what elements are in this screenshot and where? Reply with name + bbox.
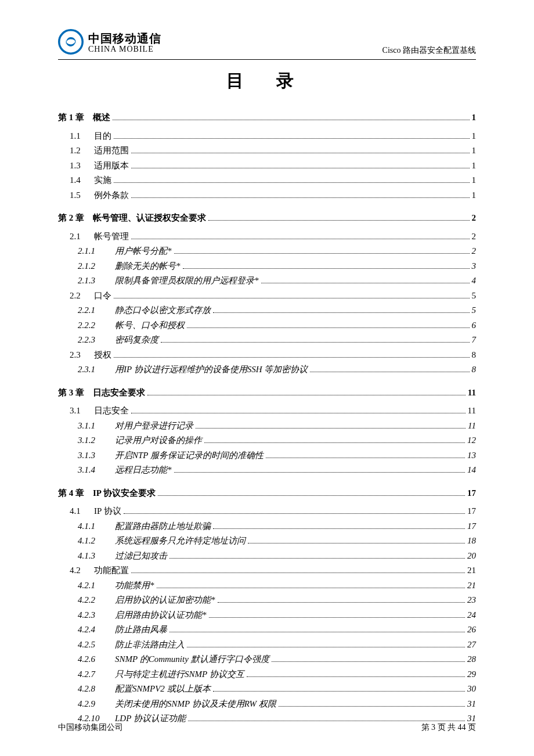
toc-entry-page: 27 [467, 638, 476, 653]
toc-entry-number: 4.2.1 [78, 578, 107, 593]
toc-leader-dots [213, 528, 465, 529]
toc-entry-page: 14 [467, 463, 476, 478]
toc-entry[interactable]: 1.4实施1 [70, 173, 476, 188]
toc-entry-number: 2.3.1 [78, 362, 107, 377]
toc-leader-dots [188, 721, 465, 721]
logo-text: 中国移动通信 CHINA MOBILE [88, 32, 161, 53]
toc-leader-dots [247, 676, 465, 677]
toc-entry[interactable]: 4.1.2系统远程服务只允许特定地址访问18 [78, 534, 476, 549]
toc-entry[interactable]: 第 3 章日志安全要求11 [58, 386, 476, 401]
toc-entry-label: 过滤已知攻击 [115, 549, 167, 564]
toc-entry[interactable]: 2.1.1用户帐号分配*2 [78, 244, 476, 259]
page: 中国移动通信 CHINA MOBILE Cisco 路由器安全配置基线 目 录 … [0, 0, 534, 756]
toc-entry-page: 21 [467, 563, 476, 578]
toc-entry-label: 防止非法路由注入 [115, 638, 185, 653]
toc-entry-page: 2 [472, 211, 477, 226]
toc-entry-number: 4.2.7 [78, 667, 107, 682]
toc-entry-label: 口令 [94, 289, 111, 304]
toc-entry-number: 3.1.2 [78, 433, 107, 448]
toc-entry-label: 目的 [94, 129, 111, 144]
toc-entry[interactable]: 2.1.3限制具备管理员权限的用户远程登录*4 [78, 273, 476, 289]
toc-entry[interactable]: 4.1IP 协议17 [70, 504, 476, 519]
toc-entry[interactable]: 2.2口令5 [70, 289, 476, 304]
toc-entry[interactable]: 3.1.4远程日志功能*14 [78, 463, 476, 478]
toc-entry-label: 配置路由器防止地址欺骗 [115, 519, 211, 534]
toc-leader-dots [218, 602, 466, 603]
toc-entry-number: 4.2.5 [78, 638, 107, 653]
toc-entry-label: 用户帐号分配* [115, 244, 172, 259]
toc-entry-number: 4.2.6 [78, 652, 107, 667]
footer-page-number: 第 3 页 共 44 页 [421, 722, 477, 733]
toc-entry-number: 4.2.3 [78, 608, 107, 623]
toc-entry-number: 2.1.3 [78, 273, 107, 289]
toc-entry[interactable]: 1.3适用版本1 [70, 159, 476, 174]
toc-entry[interactable]: 4.2.1功能禁用*21 [78, 578, 476, 593]
toc-entry-page: 2 [472, 244, 477, 259]
page-footer: 中国移动集团公司 第 3 页 共 44 页 [58, 722, 476, 733]
toc-entry-label: 帐号、口令和授权 [115, 318, 185, 333]
toc-entry-number: 4.2.2 [78, 593, 107, 608]
toc-entry-number: 4.2.9 [78, 697, 107, 712]
toc-entry[interactable]: 3.1日志安全11 [70, 404, 476, 419]
toc-entry[interactable]: 第 4 章IP 协议安全要求17 [58, 486, 476, 501]
toc-leader-dots [161, 342, 470, 343]
toc-entry-label: 记录用户对设备的操作 [115, 433, 202, 448]
toc-entry-page: 29 [467, 667, 476, 682]
toc-entry[interactable]: 4.2.5防止非法路由注入27 [78, 638, 476, 653]
toc-entry[interactable]: 2.3授权8 [70, 348, 476, 363]
toc-entry-label: 配置SNMPV2 或以上版本 [115, 682, 211, 697]
toc-entry[interactable]: 3.1.3开启NTP 服务保证记录的时间的准确性13 [78, 448, 476, 463]
toc-entry[interactable]: 4.2.4防止路由风暴26 [78, 622, 476, 638]
toc-entry[interactable]: 2.1.2删除无关的帐号*3 [78, 259, 476, 274]
toc-entry[interactable]: 2.2.2帐号、口令和授权6 [78, 318, 476, 333]
toc-leader-dots [174, 253, 470, 254]
toc-entry-label: 实施 [94, 173, 111, 188]
toc-entry[interactable]: 1.1目的1 [70, 129, 476, 144]
toc-entry-page: 1 [472, 173, 477, 188]
toc-entry-page: 6 [472, 318, 477, 333]
toc-entry-label: 授权 [94, 348, 111, 363]
toc-entry[interactable]: 4.2.3启用路由协议认证功能*24 [78, 608, 476, 623]
toc-leader-dots [131, 153, 470, 153]
toc-entry-page: 28 [467, 652, 476, 667]
toc-entry-label: 远程日志功能* [115, 463, 172, 478]
toc-entry-page: 18 [467, 534, 476, 549]
toc-entry[interactable]: 1.2适用范围1 [70, 143, 476, 159]
toc-entry-label: 日志安全要求 [93, 386, 145, 401]
toc-entry[interactable]: 4.2.6SNMP 的Community 默认通行字口令强度28 [78, 652, 476, 667]
toc-entry-label: 功能配置 [94, 563, 129, 578]
toc-entry[interactable]: 2.2.3密码复杂度7 [78, 333, 476, 348]
toc-entry-label: 用IP 协议进行远程维护的设备使用SSH 等加密协议 [115, 362, 308, 377]
toc-leader-dots [131, 197, 470, 198]
toc-entry[interactable]: 1.5例外条款1 [70, 188, 476, 203]
toc-entry-number: 1.5 [70, 188, 91, 203]
toc-entry-label: 概述 [93, 110, 110, 125]
toc-entry[interactable]: 3.1.2记录用户对设备的操作12 [78, 433, 476, 448]
toc-entry-label: 系统远程服务只允许特定地址访问 [115, 534, 246, 549]
toc-leader-dots [158, 495, 465, 496]
toc-entry[interactable]: 第 1 章概述1 [58, 110, 476, 125]
toc-leader-dots [174, 472, 466, 473]
toc-entry-page: 5 [472, 303, 477, 318]
toc-entry[interactable]: 4.2.2启用协议的认证加密功能*23 [78, 593, 476, 608]
toc-entry[interactable]: 4.1.3过滤已知攻击20 [78, 549, 476, 564]
svg-point-0 [59, 30, 82, 53]
toc-entry[interactable]: 4.1.1配置路由器防止地址欺骗17 [78, 519, 476, 534]
toc-entry-label: 对用户登录进行记录 [115, 419, 193, 434]
toc-leader-dots [204, 442, 465, 443]
toc-entry[interactable]: 2.3.1用IP 协议进行远程维护的设备使用SSH 等加密协议8 [78, 362, 476, 377]
toc-leader-dots [113, 120, 470, 120]
toc-entry[interactable]: 4.2.9关闭未使用的SNMP 协议及未使用RW 权限31 [78, 697, 476, 712]
toc-entry[interactable]: 4.2功能配置21 [70, 563, 476, 578]
toc-entry-label: 启用协议的认证加密功能* [115, 593, 215, 608]
toc-entry[interactable]: 2.1帐号管理2 [70, 229, 476, 244]
toc-entry[interactable]: 第 2 章帐号管理、认证授权安全要求2 [58, 211, 476, 226]
toc-entry-page: 23 [467, 593, 476, 608]
toc-entry[interactable]: 2.2.1静态口令以密文形式存放5 [78, 303, 476, 318]
toc-entry[interactable]: 4.2.8配置SNMPV2 或以上版本30 [78, 682, 476, 697]
toc-entry[interactable]: 3.1.1对用户登录进行记录11 [78, 419, 476, 434]
toc-entry-number: 第 2 章 [58, 211, 89, 226]
toc-entry-number: 第 1 章 [58, 110, 89, 125]
toc-entry[interactable]: 4.2.7只与特定主机进行SNMP 协议交互29 [78, 667, 476, 682]
toc-entry-label: SNMP 的Community 默认通行字口令强度 [115, 652, 269, 667]
